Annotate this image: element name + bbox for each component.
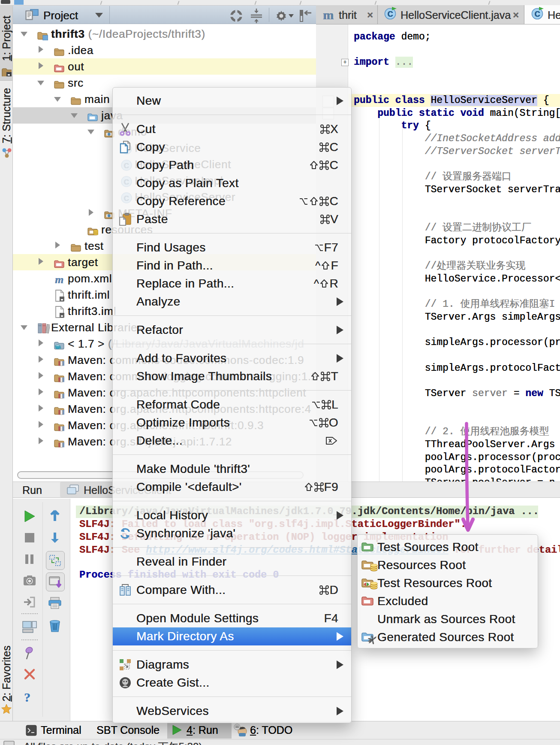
svg-text:C: C [535,10,540,18]
svg-text:C: C [388,10,393,18]
svg-text:m: m [55,274,64,285]
svg-text:m: m [323,9,334,21]
